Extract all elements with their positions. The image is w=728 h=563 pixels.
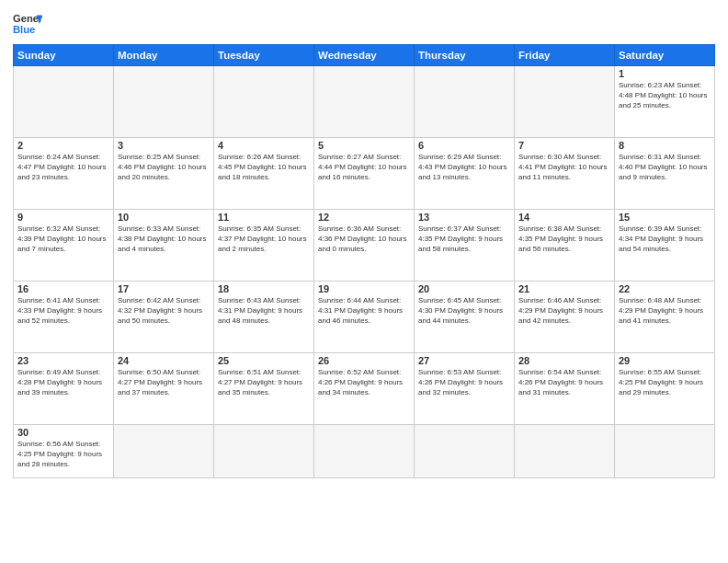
day-number: 23 bbox=[17, 355, 109, 366]
calendar-week-1: 2Sunrise: 6:24 AM Sunset: 4:47 PM Daylig… bbox=[14, 138, 715, 210]
calendar-cell: 13Sunrise: 6:37 AM Sunset: 4:35 PM Dayli… bbox=[415, 210, 515, 282]
day-info: Sunrise: 6:42 AM Sunset: 4:32 PM Dayligh… bbox=[118, 295, 210, 327]
calendar-week-5: 30Sunrise: 6:56 AM Sunset: 4:25 PM Dayli… bbox=[14, 425, 715, 478]
day-info: Sunrise: 6:49 AM Sunset: 4:28 PM Dayligh… bbox=[17, 367, 109, 398]
calendar-cell: 29Sunrise: 6:55 AM Sunset: 4:25 PM Dayli… bbox=[615, 353, 715, 425]
day-info: Sunrise: 6:52 AM Sunset: 4:26 PM Dayligh… bbox=[318, 367, 410, 398]
calendar-cell: 26Sunrise: 6:52 AM Sunset: 4:26 PM Dayli… bbox=[314, 353, 415, 425]
calendar-cell: 28Sunrise: 6:54 AM Sunset: 4:26 PM Dayli… bbox=[515, 353, 615, 425]
weekday-header-thursday: Thursday bbox=[415, 45, 515, 66]
day-info: Sunrise: 6:35 AM Sunset: 4:37 PM Dayligh… bbox=[218, 224, 310, 255]
weekday-header-saturday: Saturday bbox=[615, 45, 715, 66]
day-number: 16 bbox=[17, 283, 109, 294]
calendar-cell: 2Sunrise: 6:24 AM Sunset: 4:47 PM Daylig… bbox=[14, 138, 114, 210]
day-number: 18 bbox=[218, 283, 310, 294]
calendar-cell: 11Sunrise: 6:35 AM Sunset: 4:37 PM Dayli… bbox=[214, 210, 314, 282]
calendar-table: SundayMondayTuesdayWednesdayThursdayFrid… bbox=[13, 44, 715, 478]
day-info: Sunrise: 6:29 AM Sunset: 4:43 PM Dayligh… bbox=[418, 152, 510, 183]
calendar-cell bbox=[214, 425, 314, 478]
calendar-cell: 5Sunrise: 6:27 AM Sunset: 4:44 PM Daylig… bbox=[314, 138, 415, 210]
calendar-cell: 1Sunrise: 6:23 AM Sunset: 4:48 PM Daylig… bbox=[615, 66, 715, 138]
calendar-cell: 30Sunrise: 6:56 AM Sunset: 4:25 PM Dayli… bbox=[14, 425, 114, 478]
calendar-cell: 22Sunrise: 6:48 AM Sunset: 4:29 PM Dayli… bbox=[615, 282, 715, 353]
calendar-week-3: 16Sunrise: 6:41 AM Sunset: 4:33 PM Dayli… bbox=[14, 282, 715, 353]
day-number: 11 bbox=[218, 212, 310, 223]
calendar-cell: 12Sunrise: 6:36 AM Sunset: 4:36 PM Dayli… bbox=[314, 210, 415, 282]
day-number: 25 bbox=[218, 355, 310, 366]
day-info: Sunrise: 6:36 AM Sunset: 4:36 PM Dayligh… bbox=[318, 224, 410, 255]
day-info: Sunrise: 6:41 AM Sunset: 4:33 PM Dayligh… bbox=[17, 295, 109, 327]
weekday-header-wednesday: Wednesday bbox=[314, 45, 415, 66]
calendar-cell: 20Sunrise: 6:45 AM Sunset: 4:30 PM Dayli… bbox=[415, 282, 515, 353]
calendar-week-4: 23Sunrise: 6:49 AM Sunset: 4:28 PM Dayli… bbox=[14, 353, 715, 425]
day-info: Sunrise: 6:37 AM Sunset: 4:35 PM Dayligh… bbox=[418, 224, 510, 255]
day-info: Sunrise: 6:24 AM Sunset: 4:47 PM Dayligh… bbox=[17, 152, 109, 183]
day-info: Sunrise: 6:54 AM Sunset: 4:26 PM Dayligh… bbox=[518, 367, 610, 398]
calendar-cell bbox=[515, 66, 615, 138]
weekday-header-tuesday: Tuesday bbox=[214, 45, 314, 66]
calendar-cell bbox=[415, 425, 515, 478]
day-info: Sunrise: 6:50 AM Sunset: 4:27 PM Dayligh… bbox=[118, 367, 210, 398]
day-info: Sunrise: 6:45 AM Sunset: 4:30 PM Dayligh… bbox=[418, 295, 510, 327]
day-info: Sunrise: 6:27 AM Sunset: 4:44 PM Dayligh… bbox=[318, 152, 410, 183]
day-info: Sunrise: 6:32 AM Sunset: 4:39 PM Dayligh… bbox=[17, 224, 109, 255]
calendar-cell bbox=[515, 425, 615, 478]
calendar-cell bbox=[14, 66, 114, 138]
day-number: 4 bbox=[218, 140, 310, 151]
day-info: Sunrise: 6:56 AM Sunset: 4:25 PM Dayligh… bbox=[17, 439, 109, 470]
calendar-cell: 15Sunrise: 6:39 AM Sunset: 4:34 PM Dayli… bbox=[615, 210, 715, 282]
day-number: 13 bbox=[418, 212, 510, 223]
day-number: 1 bbox=[619, 68, 711, 79]
calendar-cell: 19Sunrise: 6:44 AM Sunset: 4:31 PM Dayli… bbox=[314, 282, 415, 353]
day-number: 12 bbox=[318, 212, 410, 223]
calendar-cell: 7Sunrise: 6:30 AM Sunset: 4:41 PM Daylig… bbox=[515, 138, 615, 210]
calendar-cell: 14Sunrise: 6:38 AM Sunset: 4:35 PM Dayli… bbox=[515, 210, 615, 282]
day-number: 28 bbox=[518, 355, 610, 366]
calendar-cell: 4Sunrise: 6:26 AM Sunset: 4:45 PM Daylig… bbox=[214, 138, 314, 210]
day-number: 22 bbox=[619, 283, 711, 294]
logo-icon: General Blue bbox=[13, 9, 42, 39]
calendar-cell bbox=[114, 425, 214, 478]
day-number: 21 bbox=[518, 283, 610, 294]
day-info: Sunrise: 6:43 AM Sunset: 4:31 PM Dayligh… bbox=[218, 295, 310, 327]
day-number: 24 bbox=[118, 355, 210, 366]
day-number: 14 bbox=[518, 212, 610, 223]
day-info: Sunrise: 6:30 AM Sunset: 4:41 PM Dayligh… bbox=[518, 152, 610, 183]
page: General Blue SundayMondayTuesdayWednesda… bbox=[0, 0, 728, 563]
day-number: 26 bbox=[318, 355, 410, 366]
day-number: 6 bbox=[418, 140, 510, 151]
day-info: Sunrise: 6:26 AM Sunset: 4:45 PM Dayligh… bbox=[218, 152, 310, 183]
calendar-cell: 17Sunrise: 6:42 AM Sunset: 4:32 PM Dayli… bbox=[114, 282, 214, 353]
calendar-cell: 6Sunrise: 6:29 AM Sunset: 4:43 PM Daylig… bbox=[415, 138, 515, 210]
day-info: Sunrise: 6:51 AM Sunset: 4:27 PM Dayligh… bbox=[218, 367, 310, 398]
calendar-cell bbox=[314, 425, 415, 478]
calendar-week-0: 1Sunrise: 6:23 AM Sunset: 4:48 PM Daylig… bbox=[14, 66, 715, 138]
weekday-header-row: SundayMondayTuesdayWednesdayThursdayFrid… bbox=[14, 45, 715, 66]
day-number: 29 bbox=[619, 355, 711, 366]
calendar-cell bbox=[415, 66, 515, 138]
day-number: 3 bbox=[118, 140, 210, 151]
day-number: 19 bbox=[318, 283, 410, 294]
weekday-header-monday: Monday bbox=[114, 45, 214, 66]
logo: General Blue bbox=[13, 9, 42, 39]
day-number: 17 bbox=[118, 283, 210, 294]
day-number: 9 bbox=[17, 212, 109, 223]
calendar-cell bbox=[214, 66, 314, 138]
calendar-cell bbox=[314, 66, 415, 138]
calendar-cell: 23Sunrise: 6:49 AM Sunset: 4:28 PM Dayli… bbox=[14, 353, 114, 425]
calendar-cell: 25Sunrise: 6:51 AM Sunset: 4:27 PM Dayli… bbox=[214, 353, 314, 425]
day-info: Sunrise: 6:53 AM Sunset: 4:26 PM Dayligh… bbox=[418, 367, 510, 398]
day-info: Sunrise: 6:31 AM Sunset: 4:40 PM Dayligh… bbox=[619, 152, 711, 183]
day-number: 20 bbox=[418, 283, 510, 294]
calendar-cell: 24Sunrise: 6:50 AM Sunset: 4:27 PM Dayli… bbox=[114, 353, 214, 425]
calendar-cell: 9Sunrise: 6:32 AM Sunset: 4:39 PM Daylig… bbox=[14, 210, 114, 282]
day-number: 5 bbox=[318, 140, 410, 151]
day-info: Sunrise: 6:33 AM Sunset: 4:38 PM Dayligh… bbox=[118, 224, 210, 255]
calendar-cell: 10Sunrise: 6:33 AM Sunset: 4:38 PM Dayli… bbox=[114, 210, 214, 282]
day-number: 7 bbox=[518, 140, 610, 151]
day-info: Sunrise: 6:46 AM Sunset: 4:29 PM Dayligh… bbox=[518, 295, 610, 327]
day-number: 2 bbox=[17, 140, 109, 151]
calendar-cell: 18Sunrise: 6:43 AM Sunset: 4:31 PM Dayli… bbox=[214, 282, 314, 353]
day-number: 10 bbox=[118, 212, 210, 223]
calendar-cell: 8Sunrise: 6:31 AM Sunset: 4:40 PM Daylig… bbox=[615, 138, 715, 210]
